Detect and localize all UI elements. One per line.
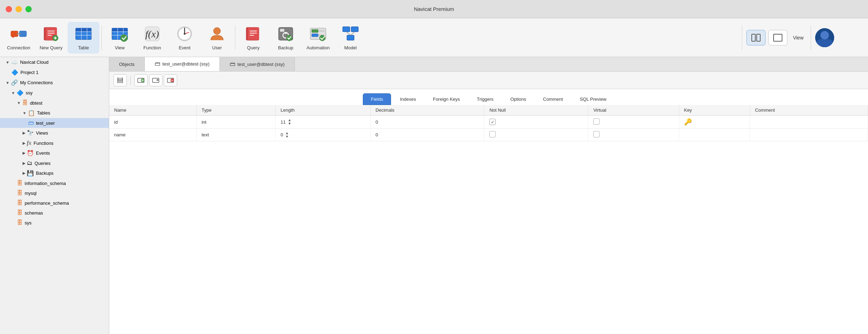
dbtest-label: dbtest <box>30 100 42 106</box>
col-type: Type <box>197 105 275 116</box>
close-button[interactable] <box>6 6 12 12</box>
col-length: Length <box>275 105 371 116</box>
key-icon: 🔑 <box>684 118 692 125</box>
sidebar-backups[interactable]: ▶ 💾 Backups <box>0 168 109 178</box>
sidebar-views[interactable]: ▶ 🔭 Views <box>0 128 109 138</box>
subtab-foreign-keys[interactable]: Foreign Keys <box>425 93 468 105</box>
cell-type[interactable]: int <box>197 116 275 129</box>
sidebar-db-performance_schema[interactable]: 🗄performance_schema <box>0 198 109 208</box>
functions-icon: fx <box>27 140 31 146</box>
virtual-checkbox[interactable] <box>593 131 600 137</box>
cell-virtual[interactable] <box>588 116 679 129</box>
cell-name[interactable]: name <box>109 129 197 141</box>
cell-name[interactable]: id <box>109 116 197 129</box>
cell-decimals[interactable]: 0 <box>371 129 484 141</box>
sidebar-db-sys[interactable]: 🗄sys <box>0 218 109 228</box>
toolbar-view[interactable]: View <box>104 22 136 54</box>
subtab-triggers[interactable]: Triggers <box>469 93 502 105</box>
toolbar-connection[interactable]: Connection <box>3 22 35 54</box>
subtab-options[interactable]: Options <box>502 93 534 105</box>
functions-label: Functions <box>33 141 53 146</box>
svg-rect-46 <box>312 34 318 37</box>
minimize-button[interactable] <box>16 6 22 12</box>
subtab-indexes[interactable]: Indexes <box>392 93 424 105</box>
model-icon <box>341 25 360 43</box>
svg-point-4 <box>19 33 21 35</box>
toolbar-new-query[interactable]: New Query <box>35 22 67 54</box>
cell-type[interactable]: text <box>197 129 275 141</box>
navicat-cloud-label: Navicat Cloud <box>20 60 49 65</box>
sidebar-events[interactable]: ▶ ⏰ Events <box>0 148 109 158</box>
sidebar-project1[interactable]: 🔷 Project 1 <box>0 67 109 78</box>
sidebar-navicat-cloud[interactable]: ▼ ☁️ Navicat Cloud <box>0 57 109 67</box>
tab-test-user-1-label: test_user@dbtest (ssy) <box>162 61 210 67</box>
cell-length[interactable]: 11▲▼ <box>275 116 371 129</box>
toolbar-model[interactable]: Model <box>335 22 366 54</box>
cell-decimals[interactable]: 0 <box>371 116 484 129</box>
sidebar-my-connections[interactable]: ▼ 🔗 My Connections <box>0 78 109 88</box>
virtual-checkbox[interactable] <box>593 118 600 125</box>
insert-field-button[interactable] <box>149 74 162 86</box>
tab-objects-label: Objects <box>119 62 135 67</box>
not-null-checkbox[interactable] <box>489 131 496 137</box>
toolbar-automation[interactable]: Automation <box>302 22 334 54</box>
svg-point-59 <box>820 31 829 39</box>
subtab-fields-label: Fields <box>371 97 383 102</box>
subtab-triggers-label: Triggers <box>477 97 494 102</box>
not-null-checkbox[interactable]: ✓ <box>489 119 496 125</box>
model-label: Model <box>344 45 356 50</box>
events-arrow: ▶ <box>23 151 25 155</box>
toolbar-event[interactable]: Event <box>169 22 200 54</box>
toolbar-table[interactable]: Table <box>68 22 99 54</box>
db-icon: 🗄 <box>17 210 23 216</box>
view-toggle-right[interactable] <box>768 30 787 45</box>
tab-objects[interactable]: Objects <box>109 57 145 71</box>
table-row: idint11▲▼0✓🔑 <box>109 116 868 129</box>
cell-comment[interactable] <box>750 116 868 129</box>
cell-not-null[interactable]: ✓ <box>484 116 588 129</box>
subtab-fields[interactable]: Fields <box>363 93 391 105</box>
delete-field-button[interactable] <box>164 74 177 86</box>
sidebar-db-information_schema[interactable]: 🗄information_schema <box>0 178 109 188</box>
subtab-comment[interactable]: Comment <box>535 93 571 105</box>
fields-table: Name Type Length Decimals Not Null Virtu… <box>109 105 868 141</box>
content-toolbar <box>109 72 868 89</box>
sidebar-functions[interactable]: ▶ fx Functions <box>0 138 109 148</box>
ssy-label: ssy <box>26 90 33 95</box>
sidebar-queries[interactable]: ▶ 🗂 Queries <box>0 158 109 168</box>
cell-not-null[interactable] <box>484 129 588 141</box>
toolbar-backup[interactable]: Backup <box>270 22 302 54</box>
tab-test-user-2[interactable]: 🗃 test_user@dbtest (ssy) <box>220 57 295 71</box>
sidebar-db-mysql[interactable]: 🗄mysql <box>0 188 109 198</box>
cell-virtual[interactable] <box>588 129 679 141</box>
toolbar-query[interactable]: Query <box>237 22 269 54</box>
cell-comment[interactable] <box>750 129 868 141</box>
db-icon: 🗄 <box>17 219 23 226</box>
sidebar-ssy[interactable]: ▼ 🔷 ssy <box>0 88 109 98</box>
save-button[interactable] <box>113 74 127 86</box>
content-area: Objects 🗃 test_user@dbtest (ssy) 🗃 test_… <box>109 57 868 334</box>
table-label: Table <box>78 45 89 50</box>
svg-rect-55 <box>752 34 755 41</box>
toolbar-function[interactable]: f(x) Function <box>136 22 168 54</box>
subtab-sql-preview[interactable]: SQL Preview <box>572 93 614 105</box>
svg-rect-62 <box>118 78 122 80</box>
view-toggle-left[interactable] <box>746 30 765 45</box>
maximize-button[interactable] <box>25 6 32 12</box>
subtab-options-label: Options <box>510 97 526 102</box>
navicat-cloud-arrow: ▼ <box>6 60 10 64</box>
sidebar-test-user[interactable]: 🗃 test_user <box>0 118 109 128</box>
cell-length[interactable]: 0▲▼ <box>275 129 371 141</box>
subtab-sql-preview-label: SQL Preview <box>580 97 606 102</box>
tab-test-user-1[interactable]: 🗃 test_user@dbtest (ssy) <box>145 57 220 71</box>
sidebar-db-schemas[interactable]: 🗄schemas <box>0 208 109 218</box>
add-field-button[interactable] <box>134 74 148 86</box>
query-icon <box>244 25 262 43</box>
sidebar-tables[interactable]: ▼ 📋 Tables <box>0 108 109 118</box>
query-label: Query <box>247 45 259 50</box>
view-label-text: View <box>793 35 804 41</box>
svg-point-26 <box>120 35 128 42</box>
svg-point-33 <box>184 33 186 35</box>
sidebar-dbtest[interactable]: ▼ 🗄 dbtest <box>0 98 109 108</box>
toolbar-user[interactable]: User <box>201 22 233 54</box>
